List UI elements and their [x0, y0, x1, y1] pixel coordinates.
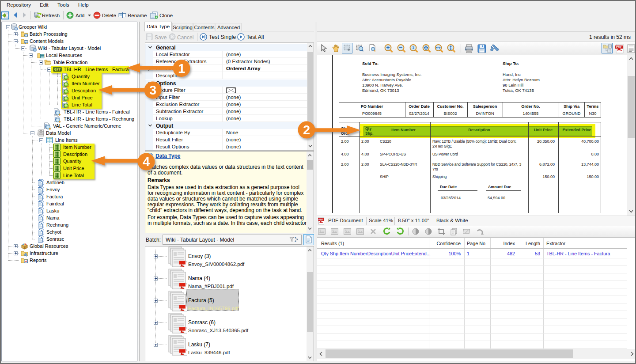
svg-text:1: 1	[412, 46, 414, 50]
svg-text:0723: 0723	[54, 68, 61, 72]
svg-text:PDF: PDF	[318, 218, 324, 221]
